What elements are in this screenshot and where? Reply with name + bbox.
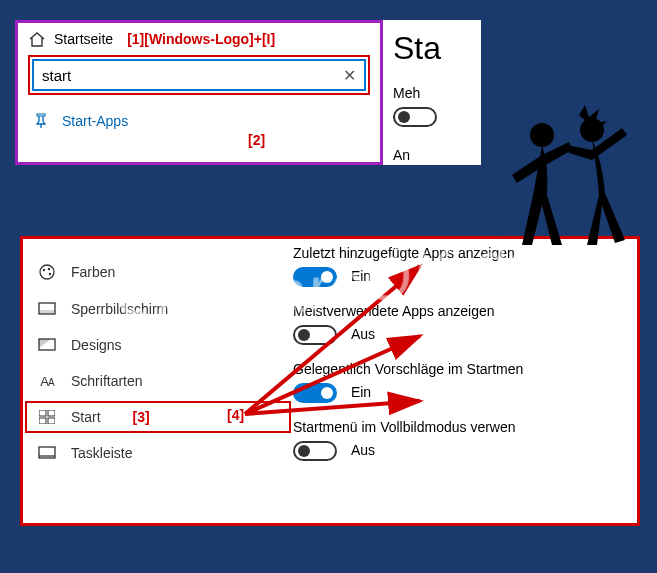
setting-fullscreen: Startmenü im Vollbildmodus verwen Aus [293,419,637,461]
annotation-2: [2] [248,132,265,148]
sidebar-item-label: Designs [71,337,122,353]
sidebar-item-label: Farben [71,264,115,280]
sidebar: Farben Sperrbildschirm Designs AA Schrif… [23,239,293,523]
search-box[interactable]: ✕ [32,59,366,91]
setting-most-used: Meistverwendete Apps anzeigen Aus [293,303,637,345]
sidebar-item-farben[interactable]: Farben [23,253,293,291]
toggle-state: Ein [351,268,371,284]
pin-icon [34,113,48,129]
start-icon [37,410,57,424]
search-input[interactable] [42,67,343,84]
sidebar-item-label: Taskleiste [71,445,132,461]
fonts-icon: AA [37,374,57,389]
settings-column: Zuletzt hinzugefügte Apps anzeigen Ein M… [293,239,637,523]
page-title-partial: Sta [393,30,471,67]
toggle-fullscreen[interactable] [293,441,337,461]
sidebar-item-sperrbildschirm[interactable]: Sperrbildschirm [23,291,293,327]
lockscreen-icon [37,302,57,316]
setting-label: Zuletzt hinzugefügte Apps anzeigen [293,245,633,261]
svg-point-17 [530,123,554,147]
toggle-state: Ein [351,384,371,400]
start-settings-panel: Farben Sperrbildschirm Designs AA Schrif… [20,236,640,526]
svg-point-1 [40,265,54,279]
extra-partial: An [393,147,471,163]
search-suggestion[interactable]: Start-Apps [18,103,380,139]
search-highlight-box: ✕ [28,55,370,95]
sidebar-item-label: Start [71,409,101,425]
svg-rect-9 [48,410,55,416]
palette-icon [37,263,57,281]
toggle-suggestions[interactable] [293,383,337,403]
setting-label: Meistverwendete Apps anzeigen [293,303,633,319]
annotation-3: [3] [133,409,150,425]
setting-label: Gelegentlich Vorschläge im Startmen [293,361,633,377]
sidebar-item-label: Schriftarten [71,373,143,389]
start-heading-peek: Sta Meh An [383,20,481,165]
clear-icon[interactable]: ✕ [343,66,356,85]
annotation-4: [4] [227,407,244,423]
taskbar-icon [37,446,57,460]
toggle-partial[interactable] [393,107,471,127]
svg-point-2 [43,269,45,271]
sidebar-item-start[interactable]: Start [3] [23,399,293,435]
annotation-1: [1][Windows-Logo]+[I] [127,31,275,47]
svg-rect-10 [39,418,46,424]
breadcrumb: Startseite [1][Windows-Logo]+[I] [18,23,380,55]
svg-point-18 [580,118,604,142]
svg-rect-8 [39,410,46,416]
toggle-state: Aus [351,326,375,342]
designs-icon [37,338,57,352]
svg-rect-11 [48,418,55,424]
sidebar-item-taskleiste[interactable]: Taskleiste [23,435,293,471]
sidebar-item-schriftarten[interactable]: AA Schriftarten [23,363,293,399]
breadcrumb-label[interactable]: Startseite [54,31,113,47]
toggle-recent-apps[interactable] [293,267,337,287]
setting-recent-apps: Zuletzt hinzugefügte Apps anzeigen Ein [293,245,637,287]
toggle-most-used[interactable] [293,325,337,345]
home-icon[interactable] [28,31,46,47]
svg-point-4 [49,273,51,275]
setting-label-partial: Meh [393,85,471,101]
setting-label: Startmenü im Vollbildmodus verwen [293,419,633,435]
suggestion-label: Start-Apps [62,113,128,129]
svg-point-3 [48,268,50,270]
setting-suggestions: Gelegentlich Vorschläge im Startmen Ein [293,361,637,403]
sidebar-item-label: Sperrbildschirm [71,301,168,317]
settings-search-panel: Startseite [1][Windows-Logo]+[I] ✕ Start… [15,20,383,165]
svg-rect-0 [37,114,45,116]
svg-rect-6 [39,310,55,314]
sidebar-item-designs[interactable]: Designs [23,327,293,363]
toggle-state: Aus [351,442,375,458]
